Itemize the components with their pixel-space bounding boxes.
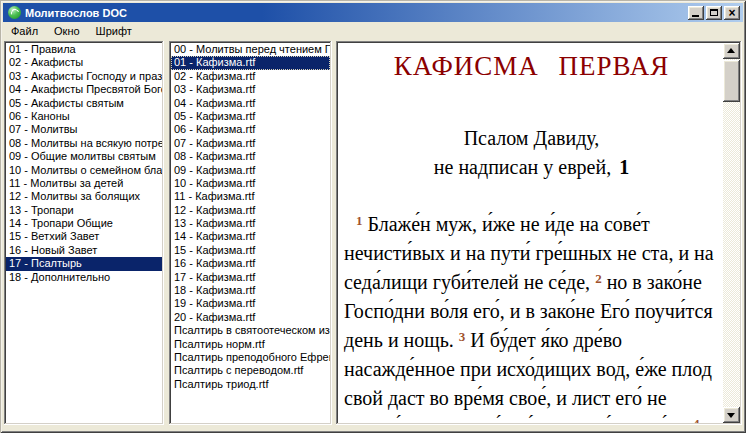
menu-item[interactable]: Окно <box>46 24 88 38</box>
verse-number-icon: 2 <box>595 271 602 286</box>
categories-listbox[interactable]: 01 - Правила 02 - Акафисты 03 - Акафисты… <box>4 41 164 425</box>
file-list-item[interactable]: 12 - Кафизма.rtf <box>171 204 330 217</box>
file-list-item[interactable]: 09 - Кафизма.rtf <box>171 164 330 177</box>
file-list-item[interactable]: Псалтирь норм.rtf <box>171 338 330 351</box>
file-list-item[interactable]: Псалтирь с переводом.rtf <box>171 364 330 377</box>
maximize-icon <box>710 9 718 16</box>
scrollbar-thumb[interactable] <box>723 60 740 102</box>
document-pane: КАФИСМА ПЕРВАЯ Псалом Давиду, не надписа… <box>336 41 742 425</box>
window-controls: × <box>688 6 740 20</box>
file-list-item[interactable]: 02 - Кафизма.rtf <box>171 70 330 83</box>
file-list-item[interactable]: 17 - Кафизма.rtf <box>171 271 330 284</box>
file-list-item[interactable]: 06 - Кафизма.rtf <box>171 123 330 136</box>
menu-item[interactable]: Шрифт <box>88 24 140 38</box>
category-list-item[interactable]: 07 - Молитвы <box>6 123 162 136</box>
close-icon: × <box>728 8 735 18</box>
files-listbox[interactable]: 00 - Молитвы перед чтением Г 01 - Кафизм… <box>169 41 332 425</box>
close-button[interactable]: × <box>724 6 740 20</box>
category-list-item[interactable]: 14 - Тропари Общие <box>6 217 162 230</box>
category-list-item[interactable]: 15 - Ветхий Завет <box>6 230 162 243</box>
category-list-item[interactable]: 05 - Акафисты святым <box>6 97 162 110</box>
file-list-item[interactable]: 13 - Кафизма.rtf <box>171 217 330 230</box>
psalm-heading-line2: не надписан у еврей, <box>434 156 611 178</box>
file-list-item[interactable]: 05 - Кафизма.rtf <box>171 110 330 123</box>
file-list-item[interactable]: 20 - Кафизма.rtf <box>171 311 330 324</box>
verse-number-icon: 4 <box>693 416 700 423</box>
file-list-item[interactable]: 04 - Кафизма.rtf <box>171 97 330 110</box>
file-list-item[interactable]: 19 - Кафизма.rtf <box>171 297 330 310</box>
file-list-item[interactable]: 03 - Кафизма.rtf <box>171 83 330 96</box>
category-list-item[interactable]: 03 - Акафисты Господу и праз <box>6 70 162 83</box>
category-list-item[interactable]: 12 - Молитвы за болящих <box>6 190 162 203</box>
file-list-item[interactable]: Псалтирь преподобного Ефрем <box>171 351 330 364</box>
minimize-button[interactable] <box>688 6 704 20</box>
menubar: Файл Окно Шрифт <box>3 22 743 39</box>
psalm-heading: Псалом Давиду, не надписан у еврей,1 <box>344 124 719 182</box>
maximize-button[interactable] <box>706 6 722 20</box>
arrow-down-icon <box>727 413 735 418</box>
category-list-item[interactable]: 10 - Молитвы о семейном благ <box>6 164 162 177</box>
file-list-item[interactable]: Псалтирь триод.rtf <box>171 378 330 391</box>
file-list-item[interactable]: 01 - Кафизма.rtf <box>171 56 330 69</box>
app-icon <box>8 6 21 19</box>
file-list-item[interactable]: 18 - Кафизма.rtf <box>171 284 330 297</box>
file-list-item[interactable]: 00 - Молитвы перед чтением Г <box>171 43 330 56</box>
file-list-item[interactable]: 10 - Кафизма.rtf <box>171 177 330 190</box>
verse-number-icon: 3 <box>459 329 466 344</box>
psalm-paragraph: 1 Блаже́н муж, и́же не и́де на сове́т не… <box>344 210 719 423</box>
verse-number-icon: 1 <box>356 213 363 228</box>
category-list-item[interactable]: 18 - Дополнительно <box>6 271 162 284</box>
category-list-item[interactable]: 01 - Правила <box>6 43 162 56</box>
scroll-down-button[interactable] <box>723 407 740 423</box>
document-view[interactable]: КАФИСМА ПЕРВАЯ Псалом Давиду, не надписа… <box>338 43 723 423</box>
file-list-item[interactable]: 07 - Кафизма.rtf <box>171 137 330 150</box>
category-list-item[interactable]: 13 - Тропари <box>6 204 162 217</box>
menu-item[interactable]: Файл <box>3 24 46 38</box>
scroll-up-button[interactable] <box>723 43 740 59</box>
category-list-item[interactable]: 04 - Акафисты Пресвятой Бого <box>6 83 162 96</box>
window-title: Молитвослов DOC <box>25 7 688 19</box>
file-list-item[interactable]: 08 - Кафизма.rtf <box>171 150 330 163</box>
minimize-icon <box>692 15 699 17</box>
document-title: КАФИСМА ПЕРВАЯ <box>344 51 719 82</box>
category-list-item[interactable]: 16 - Новый Завет <box>6 244 162 257</box>
vertical-scrollbar[interactable] <box>723 43 740 423</box>
category-list-item[interactable]: 11 - Молитвы за детей <box>6 177 162 190</box>
file-list-item[interactable]: Псалтирь в святоотеческом из <box>171 324 330 337</box>
category-list-item[interactable]: 06 - Каноны <box>6 110 162 123</box>
psalm-number: 1 <box>619 156 629 178</box>
app-window: Молитвослов DOC × Файл Окно Шрифт 01 - П… <box>0 0 746 433</box>
file-list-item[interactable]: 15 - Кафизма.rtf <box>171 244 330 257</box>
titlebar[interactable]: Молитвослов DOC × <box>3 3 743 22</box>
category-list-item[interactable]: 02 - Акафисты <box>6 56 162 69</box>
arrow-up-icon <box>727 48 735 53</box>
file-list-item[interactable]: 11 - Кафизма.rtf <box>171 190 330 203</box>
category-list-item[interactable]: 17 - Псалтырь <box>6 257 162 270</box>
category-list-item[interactable]: 08 - Молитвы на всякую потре <box>6 137 162 150</box>
file-list-item[interactable]: 14 - Кафизма.rtf <box>171 230 330 243</box>
category-list-item[interactable]: 09 - Общие молитвы святым <box>6 150 162 163</box>
file-list-item[interactable]: 16 - Кафизма.rtf <box>171 257 330 270</box>
psalm-heading-line1: Псалом Давиду, <box>464 127 600 149</box>
